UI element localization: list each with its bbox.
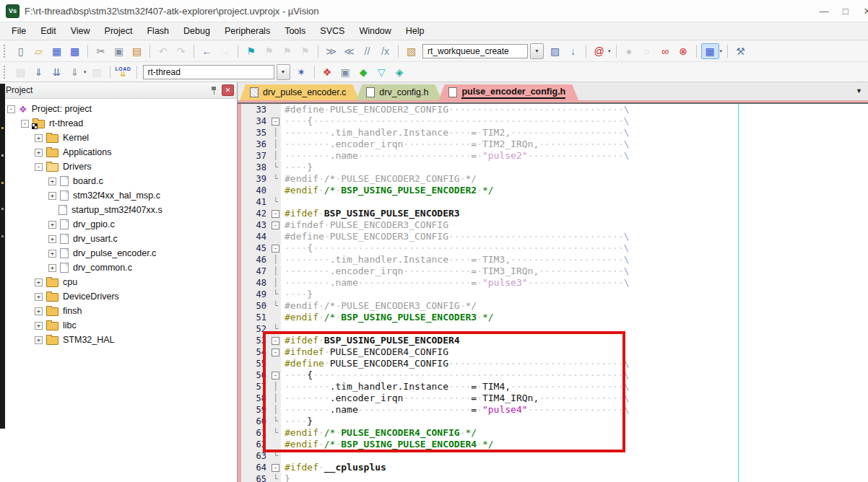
tab-drv-pulse-encoder-c[interactable]: drv_pulse_encoder.c xyxy=(240,84,359,100)
code-text[interactable]: #endif·/*·PULSE_ENCODER3_CONFIG·*/ xyxy=(281,300,477,312)
code-text[interactable]: ········.tim_handler.Instance····=·TIM2,… xyxy=(281,127,629,139)
expand-icon[interactable]: + xyxy=(35,336,43,344)
menu-item-view[interactable]: View xyxy=(64,24,97,38)
expand-icon[interactable]: + xyxy=(48,250,56,258)
code-text[interactable]: ····{···································… xyxy=(281,115,629,127)
copy-icon[interactable]: ▣ xyxy=(110,44,127,58)
menu-item-file[interactable]: File xyxy=(4,24,33,38)
tree-item-finsh[interactable]: +finsh xyxy=(0,304,237,318)
stop-build-icon[interactable]: ▨ xyxy=(89,65,105,79)
navigate-forward-icon[interactable]: → xyxy=(217,44,233,58)
expand-icon[interactable]: + xyxy=(48,221,56,229)
expand-icon[interactable]: + xyxy=(48,264,56,272)
fold-collapse-icon[interactable]: - xyxy=(272,210,279,218)
select-packs-icon[interactable]: ▽ xyxy=(373,65,390,79)
code-text[interactable]: ········.name····················=·"puls… xyxy=(281,277,629,289)
fold-margin[interactable] xyxy=(270,312,281,323)
menu-item-help[interactable]: Help xyxy=(399,24,432,38)
code-text[interactable]: ········.encoder_irqn············=·TIM3_… xyxy=(281,266,629,277)
target-select-combo-value[interactable]: rt-thread xyxy=(143,65,274,79)
code-text[interactable]: ········.name····················=·"puls… xyxy=(281,150,629,162)
manage-books-icon[interactable]: ◆ xyxy=(355,65,372,79)
new-file-icon[interactable]: ▯ xyxy=(12,44,29,58)
tree-item-kernel[interactable]: +Kernel xyxy=(0,131,237,145)
options-for-target-icon[interactable]: ✶ xyxy=(293,65,310,79)
code-text[interactable]: #ifdef·BSP_USING_PULSE_ENCODER3 xyxy=(281,208,460,219)
batch-build-icon[interactable]: ⇓ xyxy=(66,65,83,79)
collapse-icon[interactable]: - xyxy=(21,120,29,128)
fold-margin[interactable]: - xyxy=(270,208,281,219)
menu-item-peripherals[interactable]: Peripherals xyxy=(217,24,277,38)
menu-item-edit[interactable]: Edit xyxy=(33,24,64,38)
tree-item-drv-usart-c[interactable]: +drv_usart.c xyxy=(0,232,237,246)
toolbar-grip[interactable] xyxy=(4,66,9,79)
fold-margin[interactable]: │ xyxy=(270,277,281,289)
configuration-wrench-icon[interactable]: ⚒ xyxy=(732,44,749,58)
fold-margin[interactable]: │ xyxy=(270,254,281,266)
fold-margin[interactable]: └ xyxy=(270,473,281,482)
breakpoint-icon[interactable]: ● xyxy=(621,44,638,58)
tree-item-drivers[interactable]: -Drivers xyxy=(0,159,237,174)
navigate-back-icon[interactable]: ← xyxy=(199,44,215,58)
fold-collapse-icon[interactable]: - xyxy=(272,464,279,472)
fold-margin[interactable]: └ xyxy=(270,196,281,208)
fold-margin[interactable]: └ xyxy=(270,162,281,173)
fold-margin[interactable]: - xyxy=(270,462,281,473)
code-text[interactable]: ········.encoder_irqn············=·TIM2_… xyxy=(281,139,629,150)
clear-bookmarks-icon[interactable]: ⚑ xyxy=(297,44,313,58)
document-list-dropdown-icon[interactable]: ▼ xyxy=(856,87,862,95)
toolbar-grip[interactable] xyxy=(4,45,9,58)
fold-margin[interactable]: └ xyxy=(270,289,281,300)
find-in-files-icon[interactable]: ▧ xyxy=(403,44,420,58)
fold-margin[interactable]: - xyxy=(270,242,281,254)
expand-icon[interactable]: + xyxy=(48,178,56,185)
disable-all-breakpoints-icon[interactable]: ∞ xyxy=(657,44,674,58)
fold-collapse-icon[interactable]: - xyxy=(272,118,279,126)
fold-margin[interactable]: └ xyxy=(270,173,281,185)
tree-item-rt-thread[interactable]: -rt-thread xyxy=(0,116,237,131)
code-text[interactable]: ········.tim_handler.Instance····=·TIM3,… xyxy=(281,254,629,266)
menu-item-tools[interactable]: Tools xyxy=(277,24,313,38)
code-text[interactable]: ····{···································… xyxy=(281,242,629,254)
open-folder-icon[interactable]: ▱ xyxy=(30,44,47,58)
code-text[interactable]: #endif·/*·BSP_USING_PULSE_ENCODER3·*/ xyxy=(281,312,494,323)
tree-item-drv-gpio-c[interactable]: +drv_gpio.c xyxy=(0,217,237,232)
fold-margin[interactable]: │ xyxy=(270,150,281,162)
tab-drv-config-h[interactable]: drv_config.h xyxy=(356,84,441,100)
tree-item-libc[interactable]: +libc xyxy=(0,318,237,333)
find-combo-value[interactable]: rt_workqueue_create xyxy=(422,44,528,58)
fold-margin[interactable]: │ xyxy=(270,139,281,150)
code-text[interactable]: #endif·/*·PULSE_ENCODER2_CONFIG·*/ xyxy=(281,173,477,185)
code-text[interactable] xyxy=(281,196,285,208)
download-to-flash-icon[interactable]: LOAD⇊ xyxy=(114,66,133,78)
search-files-icon[interactable]: ▨ xyxy=(547,44,563,58)
expand-icon[interactable]: + xyxy=(35,307,43,315)
expand-icon[interactable]: + xyxy=(48,235,56,243)
rebuild-icon[interactable]: ⇊ xyxy=(48,65,65,79)
code-text[interactable]: ····} xyxy=(281,289,313,300)
tree-item-project-project[interactable]: -❖Project: project xyxy=(0,102,237,116)
menu-item-debug[interactable]: Debug xyxy=(176,24,217,38)
expand-icon[interactable]: + xyxy=(35,322,43,330)
fold-margin[interactable]: - xyxy=(270,115,281,127)
manage-project-items-icon[interactable]: ▣ xyxy=(337,65,354,79)
tree-item-devicedrivers[interactable]: +DeviceDrivers xyxy=(0,289,237,304)
redo-icon[interactable]: ↷ xyxy=(173,44,189,58)
incremental-find-icon[interactable]: ↓ xyxy=(565,44,581,58)
code-text[interactable]: } xyxy=(281,473,290,482)
build-icon[interactable]: ⇓ xyxy=(30,65,47,79)
code-text[interactable]: #endif·/*·BSP_USING_PULSE_ENCODER2·*/ xyxy=(281,185,494,196)
fold-margin[interactable] xyxy=(270,104,281,115)
cut-icon[interactable]: ✂ xyxy=(92,44,109,58)
fold-margin[interactable] xyxy=(270,185,281,196)
collapse-icon[interactable]: - xyxy=(35,163,43,171)
pack-installer-icon[interactable]: ◈ xyxy=(391,65,408,79)
tree-item-applications[interactable]: +Applications xyxy=(0,145,237,159)
fold-margin[interactable]: └ xyxy=(270,300,281,312)
paste-icon[interactable]: ▤ xyxy=(129,44,145,58)
tree-item-board-c[interactable]: +board.c xyxy=(0,174,237,188)
kill-all-breakpoints-icon[interactable]: ⊗ xyxy=(675,44,692,58)
tree-item-startup-stm32f407xx-s[interactable]: startup_stm32f407xx.s xyxy=(0,203,237,217)
tree-item-drv-pulse-encoder-c[interactable]: +drv_pulse_encoder.c xyxy=(0,246,237,260)
find-combo-dropdown-icon[interactable]: ▼ xyxy=(530,43,544,59)
